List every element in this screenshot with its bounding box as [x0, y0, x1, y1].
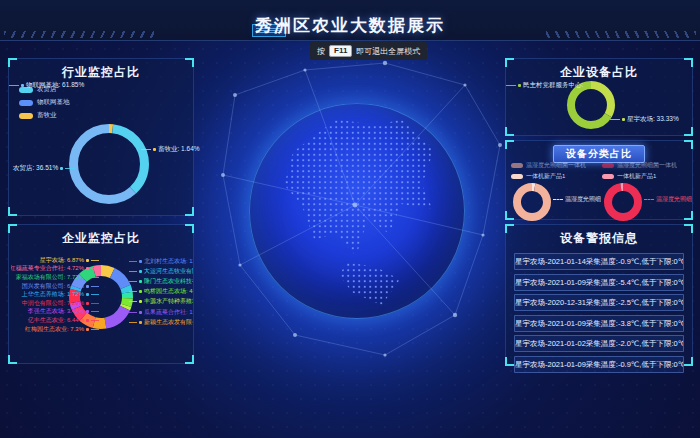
alarm-row: 星宇农场-2021-01-09采集温度:-3.8℃,低于下限:0℃ [514, 315, 684, 332]
alarm-row: 星宇农场-2021-01-09采集温度:-0.9℃,低于下限:0℃ [514, 356, 684, 373]
legend-item[interactable]: 温湿度光照细菌一体机 [511, 161, 601, 170]
enterprise-label: 大运河生态牧业有限责任公司 [129, 266, 193, 276]
callout-line [91, 286, 99, 287]
callout-dot [139, 270, 142, 273]
callout-line [91, 294, 99, 295]
industry-donut-chart[interactable] [69, 124, 149, 204]
enterprise-label: 瓜果蔬菜合作社: 15.02% [129, 307, 193, 317]
alarm-text: 星宇农场-2021-01-02采集温度:-2.0℃,低于下限:0℃ [515, 339, 684, 348]
device-donut-chart-2[interactable] [604, 183, 642, 221]
callout-dot [86, 293, 89, 296]
callout-text: 温湿度光照细菌一… [565, 195, 601, 204]
callout-dot [139, 311, 142, 314]
enterprise-right-labels: 北刘村生态农场: 11.56% 大运河生态牧业有限责任公司 隆门生态农业科技有限… [129, 256, 193, 327]
f11-keycap: F11 [329, 45, 352, 57]
panel-corner [8, 224, 17, 233]
panel-enterprise-monitor: 企业监控占比 星宇农场: 6.87% 红穗蔬菜专业合作社: 4.72% 家福农场… [8, 224, 194, 364]
legend-swatch [602, 163, 614, 168]
callout-text: 红梅园生态农业: 7.3% [25, 325, 84, 334]
panel-corner [185, 207, 194, 216]
panel-corner [684, 224, 693, 233]
tooltip-prefix: 按 [317, 46, 325, 57]
enterprise-label: 红梅园生态农业: 7.3% [11, 325, 99, 334]
callout-dot [86, 285, 89, 288]
device-legend-1: 温湿度光照细菌一体机 一体机新产品1 [511, 161, 601, 181]
alarm-row: 星宇农场-2021-01-09采集温度:-5.4℃,低于下限:0℃ [514, 274, 684, 291]
legend-label: 畜牧业 [37, 111, 57, 120]
alarm-row: 星宇农场-2021-01-02采集温度:-2.0℃,低于下限:0℃ [514, 335, 684, 352]
globe-continent-dots-south [340, 262, 400, 305]
callout-text: 红穗蔬菜专业合作社: 4.72% [11, 265, 84, 274]
legend-item[interactable]: 物联网基地 [19, 98, 70, 107]
callout-text: 瓜果蔬菜合作社: 15.02% [144, 308, 193, 317]
callout-line [129, 301, 137, 302]
panel-device-classification: 设备分类占比 温湿度光照细菌一体机 一体机新产品1 温湿度光照细菌一… [505, 140, 693, 220]
alarm-text: 星宇农场-2021-01-14采集温度:-0.9℃,低于下限:0℃ [515, 257, 684, 266]
legend-swatch [19, 113, 33, 119]
enterprise-label: 中润仓有限公司: 7.29% [11, 299, 99, 308]
panel-corner [684, 357, 693, 366]
callout-dot [518, 84, 521, 87]
enterprise-label: 新颖生态农发有限公司: 6.87% [129, 317, 193, 327]
callout-line [91, 329, 99, 330]
callout-text: 中润仓有限公司: 7.29% [22, 299, 84, 308]
callout-dot [86, 276, 89, 279]
callout-line [129, 291, 137, 292]
enterprise-label: 丰源水产特种养殖场: 1.72% [129, 297, 193, 307]
legend-label: 一体机新产品1 [617, 172, 656, 181]
panel-corner [505, 357, 514, 366]
callout-dot [60, 167, 63, 170]
device-callout-2: 温湿度光照细菌一… [644, 195, 692, 204]
callout-text: 家福农场有限公司: 7.72% [16, 273, 84, 282]
legend-label: 一体机新产品1 [526, 172, 565, 181]
callout-dot [86, 267, 89, 270]
callout-text: 丰源水产特种养殖场: 1.72% [144, 297, 193, 306]
callout-line [91, 311, 99, 312]
legend-item[interactable]: 一体机新产品1 [602, 172, 692, 181]
callout-text: 星宇农场: 6.87% [40, 256, 84, 265]
callout-dash-line [553, 199, 563, 200]
legend-item[interactable]: 一体机新产品1 [511, 172, 601, 181]
callout-text: 李强生态农场: 3.42% [28, 308, 84, 317]
enterprise-label: 国兴发有限公司: 6.87% [11, 282, 99, 291]
dashboard: 秀洲区农业大数据展示 按 F11 即可退出全屏模式 行业监控占比 农贸店 物联网… [0, 0, 700, 438]
enterprise-label: 上华生态养殖场: 1.72% [11, 290, 99, 299]
callout-text: 鸣桥园生态农场: 4.29% [144, 287, 193, 296]
alarm-text: 星宇农场-2021-01-09采集温度:-3.8℃,低于下限:0℃ [515, 319, 684, 328]
legend-label: 物联网基地 [37, 98, 70, 107]
panel-equipment-ratio: 企业设备占比 星宇农场: 33.33% 民主村党群服务中心: [505, 58, 693, 136]
enterprise-label: 家福农场有限公司: 7.72% [11, 273, 99, 282]
callout-line [610, 119, 620, 120]
callout-line [91, 268, 99, 269]
device-donut-chart-1[interactable] [513, 183, 551, 221]
globe-continent-dots [284, 119, 434, 256]
panel-device-alarms: 设备警报信息 星宇农场-2021-01-14采集温度:-0.9℃,低于下限:0℃… [505, 224, 693, 366]
panel-title-enterprise: 企业监控占比 [9, 230, 193, 247]
callout-line [129, 261, 137, 262]
callout-text: 新颖生态农发有限公司: 6.87% [144, 318, 193, 327]
fullscreen-tooltip: 按 F11 即可退出全屏模式 [310, 42, 427, 60]
industry-legend: 农贸店 物联网基地 畜牧业 [19, 85, 70, 120]
callout-line [91, 277, 99, 278]
enterprise-label: 北刘村生态农场: 11.56% [129, 256, 193, 266]
globe-visualization [249, 103, 465, 319]
callout-line [91, 320, 99, 321]
legend-item[interactable]: 畜牧业 [19, 111, 70, 120]
callout-dot [139, 280, 142, 283]
callout-dot [139, 290, 142, 293]
legend-swatch [19, 100, 33, 106]
legend-item[interactable]: 温湿度光照细菌一体机 [602, 161, 692, 170]
callout-dot [139, 300, 142, 303]
panel-corner [185, 355, 194, 364]
legend-label: 温湿度光照细菌一体机 [526, 161, 586, 170]
alarm-text: 星宇农场-2020-12-31采集温度:-2.5℃,低于下限:0℃ [515, 298, 684, 307]
panel-corner [185, 58, 194, 67]
callout-text: 上华生态养殖场: 1.72% [22, 290, 84, 299]
alarm-text: 星宇农场-2021-01-09采集温度:-0.9℃,低于下限:0℃ [515, 360, 684, 369]
callout-line [129, 271, 137, 272]
panel-corner [684, 127, 693, 136]
enterprise-label: 李强生态农场: 3.42% [11, 308, 99, 317]
panel-industry-monitor: 行业监控占比 农贸店 物联网基地 畜牧业 畜牧业: 1.64% [8, 58, 194, 216]
legend-swatch [511, 174, 523, 179]
panel-corner [505, 127, 514, 136]
